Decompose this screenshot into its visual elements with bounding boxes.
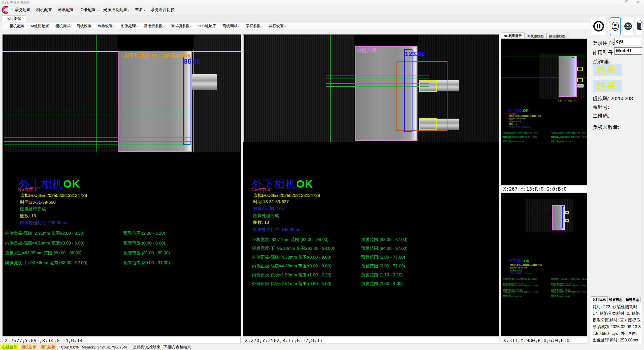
- memory-usage: Memory: 3424.41796875M: [82, 345, 127, 349]
- toolbar: 相机配置AI使用配置相机调试离线设置点检设置图像处理基准线参数测试项参数PLC地…: [2, 23, 642, 29]
- measure-box-blue: [404, 49, 412, 132]
- warning-range: 预警范围:(81.00 - 85.00): [123, 251, 170, 260]
- cpu-usage: Cpu: 0.0%: [61, 345, 79, 349]
- menu-bar: 系统配置相机配置通讯配置IO卡配置光源控制配置查看系统语言切换: [0, 5, 644, 15]
- virtual-code-line: 虚拟码:Offline20250208133134728: [20, 193, 87, 198]
- mini-measurement: 隔膜宽度-下=95.24mm 范围:(93.00 - 98.00): [551, 278, 587, 280]
- toolbar-item[interactable]: AI使用配置: [27, 23, 52, 29]
- measurement-value: 负极宽度=83.05mm 范围:(80.00 - 86.00): [5, 251, 123, 260]
- warning-range: 预警范围:(2.00 - 77.00): [361, 255, 407, 264]
- measurement-value: 外侧负极-隔膜=2.91mm 范围:(2.00 - 3.50): [5, 231, 123, 241]
- mini-line: 圈数: 13: [509, 123, 541, 126]
- measurement-list: 外侧负极-隔膜=2.91mm 范围:(2.00 - 3.50)预警范围:(2.2…: [5, 231, 170, 270]
- mini-line: 虚拟码:Offline20250208133134728: [509, 115, 541, 117]
- mini-guide-line: [501, 56, 587, 56]
- camera-connect-status: 相机连接: [20, 344, 38, 350]
- machinery-texture: [4, 35, 117, 152]
- login-user-field[interactable]: cys: [614, 38, 644, 45]
- time-line: 时间:13-31-59-650: [20, 199, 56, 205]
- mini-line: 时间:13-31-59-627: [510, 266, 542, 269]
- warning-range: 预警范围:(0.00 - 8.00): [123, 241, 170, 251]
- mini-camera-name: 外下相机: [509, 259, 524, 263]
- mini-line: 图像处理耗时: 183.00ms: [510, 272, 542, 275]
- mini-guide-line: [501, 77, 587, 77]
- toolbar-item[interactable]: PLC地址库: [195, 23, 219, 29]
- ng-view-tab[interactable]: NG截图显示: [501, 32, 525, 38]
- mini-line: 图像处理完成: [510, 269, 542, 272]
- toolbar-item[interactable]: 测试项参数: [168, 23, 195, 29]
- menu-item[interactable]: 通讯配置: [55, 6, 77, 14]
- maximize-icon[interactable]: ❐: [622, 0, 631, 5]
- ng-thumbnail-upper[interactable]: 宽度:1.221 高度:1.731 外上相机OK NG次数:1 虚拟码:Offl…: [501, 39, 587, 185]
- sidebar-info-row: 二维码:: [593, 113, 609, 119]
- right-camera-view[interactable]: 123.80 AI检测框 外下相机OK NG次数:0 虚拟码:Offline20…: [243, 34, 499, 336]
- run-log-text[interactable]: 耗时: 222, 缺陷检测耗时: 17, 缺陷分类耗时: 0, 缺陷提取分区耗时…: [591, 302, 642, 344]
- mini-warning: 预警范围:(81.00 - 85.00): [503, 140, 524, 143]
- menu-item[interactable]: 查看: [132, 6, 148, 14]
- guide-line-green: [4, 111, 191, 111]
- model-label: 使用型号:: [593, 49, 614, 56]
- warning-range: 预警范围:(94.00 - 97.00): [361, 246, 407, 255]
- thumb2-coords-strip: X:311;Y:980;R:0;G:0;B:0: [501, 337, 587, 344]
- app-logo-icon: [1, 5, 10, 15]
- menu-item[interactable]: 相机配置: [33, 6, 55, 14]
- warning-range: 预警范围:(83.00 - 87.00): [361, 237, 407, 246]
- menu-item[interactable]: 系统语言切换: [148, 6, 177, 14]
- mini-tab-box: [577, 67, 583, 71]
- users-button[interactable]: [623, 17, 633, 35]
- mini-guide-line: [501, 215, 587, 215]
- mini-measure-box: [572, 57, 574, 94]
- mini-info-lines: 虚拟码:Offline20250208133134728 时间:13-31-59…: [510, 264, 542, 275]
- menu-item[interactable]: 光源控制配置: [101, 6, 132, 14]
- model-field[interactable]: Model1: [614, 47, 644, 55]
- guide-line-green: [4, 145, 191, 145]
- toolbar-item[interactable]: 离线设置: [73, 23, 94, 29]
- user-button[interactable]: [610, 17, 621, 35]
- ng-view-tab[interactable]: 数据曲线图: [546, 33, 568, 39]
- toolbar-item[interactable]: 其它设置: [266, 23, 289, 29]
- tab-ai-time-line: 极耳AI耗时: 165: [253, 206, 284, 212]
- time-line: 时间:13-31-59-627: [253, 199, 289, 205]
- toolbar-item[interactable]: 相机配置: [6, 23, 27, 29]
- log-tab[interactable]: 设置日志: [607, 297, 624, 302]
- log-tab[interactable]: 错误日志: [624, 297, 641, 302]
- mini-scene: [539, 54, 585, 99]
- log-tab[interactable]: 运行日志: [591, 296, 607, 302]
- close-icon[interactable]: ✕: [634, 0, 642, 5]
- process-time-line: 图像处理耗时: 183.00ms: [253, 227, 300, 232]
- users-icon: [624, 22, 633, 31]
- minimize-icon[interactable]: —: [611, 0, 619, 5]
- left-camera-view[interactable]: 85.88 AI平均阈值:93, 动态阈值:100 外上相机OK NG次数:1 …: [3, 34, 241, 336]
- toolbar-item[interactable]: 点检设置: [94, 23, 118, 29]
- toolbar-item[interactable]: 相机调试: [52, 23, 73, 29]
- process-done-line: 图像处理完成: [20, 206, 46, 212]
- width-value-label: 123.80: [405, 50, 425, 58]
- tab-run-image[interactable]: 运行图像: [2, 15, 26, 22]
- scrollbar-up-icon[interactable]: ▲: [642, 22, 644, 24]
- menu-item[interactable]: IO卡配置: [77, 6, 101, 14]
- tab-box-yellow: [419, 80, 437, 92]
- ng-thumbnail-lower[interactable]: 外下相机OK 虚拟码:Offline20250208133134728 时间:1…: [501, 193, 587, 336]
- ng-view-tab[interactable]: 料线曲线图: [525, 33, 546, 39]
- toolbar-item[interactable]: 离线调试: [219, 23, 243, 29]
- toolbar-item[interactable]: 字符参数: [242, 23, 266, 29]
- mini-warning: 预警范围:(0.60 - 4.00): [551, 295, 569, 297]
- ng-view-tabs: NG截图显示料线曲线图数据曲线图: [501, 33, 587, 39]
- mini-guide-line: [501, 75, 587, 75]
- menu-item[interactable]: 系统配置: [12, 6, 33, 14]
- right-scrollbar[interactable]: [642, 22, 644, 344]
- mini-tab-box: [565, 219, 569, 222]
- mini-size-overlay: 宽度:1.221 高度:1.731: [558, 99, 577, 102]
- mini-warning: 预警范围:(1.10 - 2.10): [503, 295, 522, 297]
- loop-count-line: 圈数: 13: [20, 213, 36, 219]
- mini-measurement: 外侧正极-隔膜=4.38mm 范围:(0.00 - 9.00): [503, 284, 538, 287]
- toolbar-item[interactable]: 图像处理: [118, 23, 141, 29]
- mini-scene: [525, 199, 573, 232]
- title-bar: CYS-视觉检测系统 — ❐ ✕: [0, 0, 644, 5]
- upper-camera-check-status: 上相机:点检结束: [133, 345, 160, 349]
- guide-line-green: [4, 141, 191, 142]
- toolbar-item[interactable]: 基准线参数: [141, 23, 168, 29]
- measurement-value: 外侧正极-负极=2.61mm 范围:(0.60 - 4.00): [252, 281, 361, 290]
- pause-button[interactable]: [591, 17, 607, 35]
- toolbar-grip-handle[interactable]: [3, 24, 5, 28]
